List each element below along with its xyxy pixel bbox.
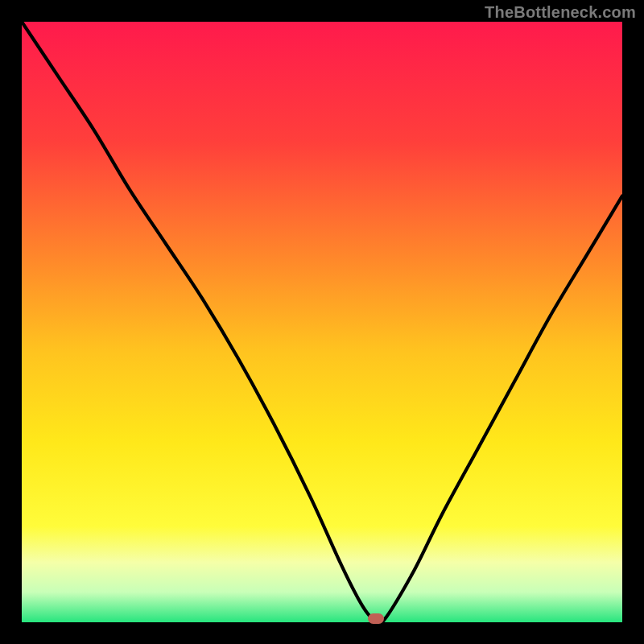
plot-area [22, 22, 622, 622]
watermark-text: TheBottleneck.com [485, 3, 636, 22]
optimum-marker [368, 613, 384, 624]
chart-frame: TheBottleneck.com [0, 0, 644, 644]
